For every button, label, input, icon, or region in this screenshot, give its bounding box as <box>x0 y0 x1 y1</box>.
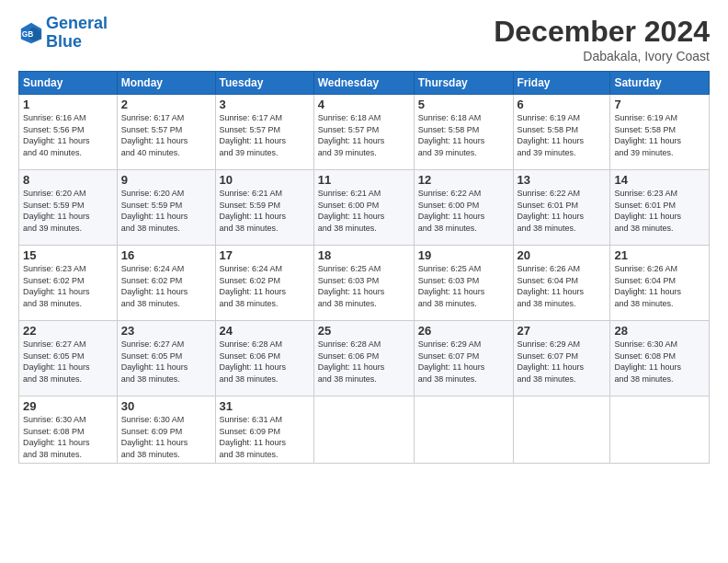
calendar: SundayMondayTuesdayWednesdayThursdayFrid… <box>18 71 710 464</box>
day-number: 13 <box>518 173 607 187</box>
day-number: 10 <box>220 173 310 187</box>
calendar-cell: 15Sunrise: 6:23 AM Sunset: 6:02 PM Dayli… <box>19 246 118 321</box>
calendar-header-sunday: Sunday <box>19 72 118 95</box>
calendar-cell: 23Sunrise: 6:27 AM Sunset: 6:05 PM Dayli… <box>117 321 215 396</box>
calendar-week-1: 1Sunrise: 6:16 AM Sunset: 5:56 PM Daylig… <box>19 95 710 170</box>
day-info: Sunrise: 6:16 AM Sunset: 5:56 PM Dayligh… <box>23 112 113 158</box>
day-info: Sunrise: 6:23 AM Sunset: 6:01 PM Dayligh… <box>614 188 705 234</box>
calendar-cell: 27Sunrise: 6:29 AM Sunset: 6:07 PM Dayli… <box>513 321 610 396</box>
day-info: Sunrise: 6:31 AM Sunset: 6:09 PM Dayligh… <box>220 414 310 460</box>
calendar-cell <box>313 396 414 464</box>
day-number: 21 <box>614 248 705 262</box>
day-info: Sunrise: 6:17 AM Sunset: 5:57 PM Dayligh… <box>220 112 310 158</box>
day-info: Sunrise: 6:25 AM Sunset: 6:03 PM Dayligh… <box>418 263 509 309</box>
day-info: Sunrise: 6:22 AM Sunset: 6:01 PM Dayligh… <box>518 188 607 234</box>
day-number: 4 <box>318 98 410 111</box>
logo-line1: General <box>46 14 108 32</box>
calendar-cell: 3Sunrise: 6:17 AM Sunset: 5:57 PM Daylig… <box>215 95 313 170</box>
calendar-cell: 19Sunrise: 6:25 AM Sunset: 6:03 PM Dayli… <box>414 246 513 321</box>
day-number: 2 <box>121 98 211 111</box>
day-number: 1 <box>23 98 113 111</box>
title-block: December 2024 Dabakala, Ivory Coast <box>494 15 710 63</box>
calendar-cell: 31Sunrise: 6:31 AM Sunset: 6:09 PM Dayli… <box>215 396 313 464</box>
day-number: 20 <box>518 248 607 262</box>
day-info: Sunrise: 6:18 AM Sunset: 5:57 PM Dayligh… <box>318 112 410 158</box>
day-info: Sunrise: 6:21 AM Sunset: 5:59 PM Dayligh… <box>220 188 310 234</box>
calendar-cell: 29Sunrise: 6:30 AM Sunset: 6:08 PM Dayli… <box>19 396 118 464</box>
day-number: 27 <box>518 324 607 338</box>
calendar-cell: 4Sunrise: 6:18 AM Sunset: 5:57 PM Daylig… <box>313 95 414 170</box>
calendar-cell: 1Sunrise: 6:16 AM Sunset: 5:56 PM Daylig… <box>19 95 118 170</box>
day-number: 17 <box>220 248 310 262</box>
logo-icon: GB <box>18 20 44 46</box>
calendar-week-3: 15Sunrise: 6:23 AM Sunset: 6:02 PM Dayli… <box>19 246 710 321</box>
day-number: 3 <box>220 98 310 111</box>
day-info: Sunrise: 6:30 AM Sunset: 6:09 PM Dayligh… <box>121 414 211 460</box>
calendar-cell: 2Sunrise: 6:17 AM Sunset: 5:57 PM Daylig… <box>117 95 215 170</box>
day-number: 7 <box>614 98 705 111</box>
calendar-cell: 11Sunrise: 6:21 AM Sunset: 6:00 PM Dayli… <box>313 170 414 246</box>
day-number: 24 <box>220 324 310 338</box>
day-number: 29 <box>23 399 113 413</box>
calendar-cell: 25Sunrise: 6:28 AM Sunset: 6:06 PM Dayli… <box>313 321 414 396</box>
day-info: Sunrise: 6:29 AM Sunset: 6:07 PM Dayligh… <box>418 339 509 385</box>
day-info: Sunrise: 6:20 AM Sunset: 5:59 PM Dayligh… <box>23 188 113 234</box>
calendar-cell: 16Sunrise: 6:24 AM Sunset: 6:02 PM Dayli… <box>117 246 215 321</box>
calendar-week-2: 8Sunrise: 6:20 AM Sunset: 5:59 PM Daylig… <box>19 170 710 246</box>
logo-line2: Blue <box>46 32 82 51</box>
day-info: Sunrise: 6:27 AM Sunset: 6:05 PM Dayligh… <box>23 339 113 385</box>
day-info: Sunrise: 6:18 AM Sunset: 5:58 PM Dayligh… <box>418 112 509 158</box>
day-number: 28 <box>614 324 705 338</box>
day-info: Sunrise: 6:20 AM Sunset: 5:59 PM Dayligh… <box>121 188 211 234</box>
calendar-cell: 20Sunrise: 6:26 AM Sunset: 6:04 PM Dayli… <box>513 246 610 321</box>
calendar-header-row: SundayMondayTuesdayWednesdayThursdayFrid… <box>19 72 710 95</box>
header: GB General Blue December 2024 Dabakala, … <box>18 15 710 63</box>
day-number: 23 <box>121 324 211 338</box>
day-number: 25 <box>318 324 410 338</box>
day-number: 30 <box>121 399 211 413</box>
day-info: Sunrise: 6:25 AM Sunset: 6:03 PM Dayligh… <box>318 263 410 309</box>
day-info: Sunrise: 6:24 AM Sunset: 6:02 PM Dayligh… <box>220 263 310 309</box>
day-number: 22 <box>23 324 113 338</box>
day-info: Sunrise: 6:29 AM Sunset: 6:07 PM Dayligh… <box>518 339 607 385</box>
logo-text: General Blue <box>46 15 108 52</box>
calendar-cell <box>414 396 513 464</box>
calendar-cell: 14Sunrise: 6:23 AM Sunset: 6:01 PM Dayli… <box>610 170 710 246</box>
day-number: 8 <box>23 173 113 187</box>
calendar-cell: 5Sunrise: 6:18 AM Sunset: 5:58 PM Daylig… <box>414 95 513 170</box>
calendar-header-friday: Friday <box>513 72 610 95</box>
calendar-week-5: 29Sunrise: 6:30 AM Sunset: 6:08 PM Dayli… <box>19 396 710 464</box>
calendar-cell: 30Sunrise: 6:30 AM Sunset: 6:09 PM Dayli… <box>117 396 215 464</box>
day-number: 14 <box>614 173 705 187</box>
day-info: Sunrise: 6:30 AM Sunset: 6:08 PM Dayligh… <box>614 339 705 385</box>
calendar-week-4: 22Sunrise: 6:27 AM Sunset: 6:05 PM Dayli… <box>19 321 710 396</box>
calendar-cell: 7Sunrise: 6:19 AM Sunset: 5:58 PM Daylig… <box>610 95 710 170</box>
day-info: Sunrise: 6:28 AM Sunset: 6:06 PM Dayligh… <box>220 339 310 385</box>
svg-text:GB: GB <box>22 29 34 39</box>
day-number: 9 <box>121 173 211 187</box>
calendar-cell: 22Sunrise: 6:27 AM Sunset: 6:05 PM Dayli… <box>19 321 118 396</box>
calendar-cell <box>513 396 610 464</box>
day-info: Sunrise: 6:19 AM Sunset: 5:58 PM Dayligh… <box>518 112 607 158</box>
calendar-cell: 8Sunrise: 6:20 AM Sunset: 5:59 PM Daylig… <box>19 170 118 246</box>
calendar-cell: 24Sunrise: 6:28 AM Sunset: 6:06 PM Dayli… <box>215 321 313 396</box>
day-number: 18 <box>318 248 410 262</box>
page: GB General Blue December 2024 Dabakala, … <box>0 0 728 563</box>
calendar-cell: 12Sunrise: 6:22 AM Sunset: 6:00 PM Dayli… <box>414 170 513 246</box>
day-number: 11 <box>318 173 410 187</box>
day-number: 12 <box>418 173 509 187</box>
calendar-header-monday: Monday <box>117 72 215 95</box>
calendar-cell: 17Sunrise: 6:24 AM Sunset: 6:02 PM Dayli… <box>215 246 313 321</box>
calendar-cell: 21Sunrise: 6:26 AM Sunset: 6:04 PM Dayli… <box>610 246 710 321</box>
day-info: Sunrise: 6:26 AM Sunset: 6:04 PM Dayligh… <box>614 263 705 309</box>
day-number: 31 <box>220 399 310 413</box>
day-number: 26 <box>418 324 509 338</box>
calendar-cell: 18Sunrise: 6:25 AM Sunset: 6:03 PM Dayli… <box>313 246 414 321</box>
month-title: December 2024 <box>494 15 710 49</box>
logo: GB General Blue <box>18 15 108 52</box>
calendar-cell: 6Sunrise: 6:19 AM Sunset: 5:58 PM Daylig… <box>513 95 610 170</box>
day-info: Sunrise: 6:23 AM Sunset: 6:02 PM Dayligh… <box>23 263 113 309</box>
day-info: Sunrise: 6:27 AM Sunset: 6:05 PM Dayligh… <box>121 339 211 385</box>
calendar-cell: 9Sunrise: 6:20 AM Sunset: 5:59 PM Daylig… <box>117 170 215 246</box>
day-info: Sunrise: 6:26 AM Sunset: 6:04 PM Dayligh… <box>518 263 607 309</box>
